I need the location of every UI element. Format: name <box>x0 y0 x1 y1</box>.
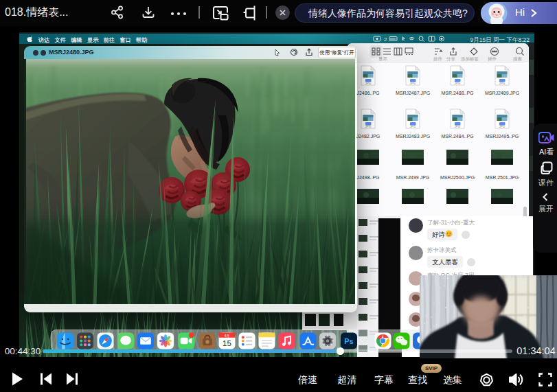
svg-text:JPG: JPG <box>410 125 416 128</box>
svg-text:15: 15 <box>223 339 231 347</box>
svg-text:JPG: JPG <box>365 82 372 85</box>
svg-text:JPG: JPG <box>455 125 461 128</box>
svg-text:4月: 4月 <box>224 334 229 338</box>
svg-text:Ps: Ps <box>344 337 353 345</box>
svg-text:JPG: JPG <box>499 125 505 128</box>
svg-text:JPG: JPG <box>410 82 416 85</box>
svg-text:JPG: JPG <box>365 125 372 128</box>
svg-text:JPG: JPG <box>499 82 505 85</box>
svg-text:2: 2 <box>384 36 387 43</box>
svg-text:JPG: JPG <box>455 82 461 85</box>
